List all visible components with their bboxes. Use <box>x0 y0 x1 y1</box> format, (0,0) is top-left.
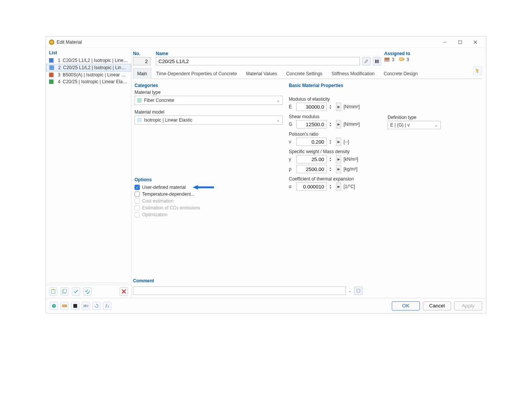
checkbox <box>135 205 140 211</box>
definition-type-label: Definition type <box>388 115 441 120</box>
checkbox[interactable] <box>135 192 140 197</box>
no-field[interactable] <box>133 57 150 65</box>
property-value-field[interactable] <box>296 103 327 111</box>
property-value-field[interactable] <box>296 138 327 146</box>
maximize-button[interactable] <box>453 37 468 48</box>
property-value-field[interactable] <box>296 120 327 128</box>
material-swatch <box>49 65 54 70</box>
spinner-icon[interactable]: ▲▼ <box>329 184 334 189</box>
property-symbol: G <box>289 122 294 127</box>
tab-main[interactable]: Main <box>133 68 151 79</box>
option-label: Cost estimation <box>142 198 174 204</box>
spinner-icon[interactable]: ▲▼ <box>329 157 334 162</box>
property-group-label: Coefficient of thermal expansion <box>289 176 481 182</box>
material-type-dropdown[interactable]: Fiber Concrete ⌄ <box>135 96 283 105</box>
material-label: B500S(A) | Isotropic | Linear Elastic <box>63 72 128 78</box>
ok-button[interactable]: OK <box>392 301 420 310</box>
tab-stiffness-modification[interactable]: Stiffness Modification <box>328 68 379 79</box>
list-item[interactable]: 2 C20/25 L1/L2 | Isotropic | Linear Elas… <box>46 64 131 71</box>
dialog-footer: ? 0.00 ƒᵪ OK Cancel Apply <box>46 298 486 313</box>
property-value-field[interactable] <box>296 182 327 191</box>
property-row: α ▲▼ ▶ [1/°C] <box>289 182 481 191</box>
svg-rect-12 <box>377 60 378 63</box>
chevron-down-icon[interactable]: ⌄ <box>348 288 352 293</box>
property-symbol: ρ <box>289 166 294 172</box>
property-menu-button[interactable]: ▶ <box>336 120 341 128</box>
property-group-label: Shear modulus <box>289 114 481 119</box>
window-title: Edit Material <box>57 40 437 45</box>
option-row[interactable]: ✓User-defined material <box>135 184 283 191</box>
property-unit: [kg/m³] <box>344 166 358 172</box>
name-library-icon[interactable] <box>373 57 381 65</box>
tab-material-values[interactable]: Material Values <box>242 68 281 79</box>
comment-library-button[interactable] <box>354 287 363 295</box>
property-unit: [1/°C] <box>344 184 355 189</box>
spinner-icon[interactable]: ▲▼ <box>329 139 334 144</box>
property-value-field[interactable] <box>296 165 327 173</box>
property-symbol: α <box>289 184 294 189</box>
units-button[interactable] <box>82 302 90 310</box>
material-list[interactable]: 1 C20/25 L1/L2 | Isotropic | Linear Elas… <box>46 57 131 283</box>
property-menu-button[interactable]: ▶ <box>336 182 341 191</box>
svg-rect-8 <box>63 289 66 293</box>
cancel-button[interactable]: Cancel <box>423 301 451 310</box>
property-menu-button[interactable]: ▶ <box>336 165 341 173</box>
assigned-count-2: 3 <box>407 57 409 62</box>
check-single-button[interactable] <box>72 287 80 296</box>
beam-icon <box>384 57 390 62</box>
tab-time-dependent-properties-of-concrete[interactable]: Time-Dependent Properties of Concrete <box>152 68 241 79</box>
function-button[interactable]: ƒᵪ <box>103 302 111 310</box>
pick-assign-button[interactable] <box>473 66 482 75</box>
help-button[interactable]: ? <box>50 302 58 310</box>
material-swatch <box>49 73 54 77</box>
property-value-field[interactable] <box>296 155 327 163</box>
delete-item-button[interactable] <box>120 287 128 296</box>
spinner-icon[interactable]: ▲▼ <box>329 166 334 172</box>
material-model-swatch <box>137 118 142 122</box>
property-menu-button[interactable]: ▶ <box>336 103 341 111</box>
property-symbol: E <box>289 104 294 109</box>
option-row: Estimation of CO₂ emissions <box>135 204 283 211</box>
tab-concrete-design[interactable]: Concrete Design <box>380 68 422 79</box>
basic-props-title: Basic Material Properties <box>289 83 481 88</box>
categories-title: Categories <box>135 83 283 88</box>
svg-text:0.00: 0.00 <box>63 305 66 307</box>
app-icon <box>49 40 54 45</box>
list-item[interactable]: 4 C20/25 | Isotropic | Linear Elastic <box>46 78 131 85</box>
material-number: 1 <box>56 58 60 63</box>
apply-button[interactable]: Apply <box>454 301 482 310</box>
refresh-button[interactable] <box>92 302 101 310</box>
definition-type-dropdown[interactable]: E | (G) | ν ⌄ <box>388 121 441 129</box>
svg-rect-26 <box>86 305 88 307</box>
spinner-icon[interactable]: ▲▼ <box>329 104 334 109</box>
copy-item-button[interactable] <box>60 287 69 296</box>
svg-text:?: ? <box>53 304 55 308</box>
name-field[interactable] <box>156 57 360 65</box>
new-item-button[interactable] <box>49 287 57 296</box>
color-button[interactable] <box>71 302 79 310</box>
list-item[interactable]: 1 C20/25 L1/L2 | Isotropic | Linear Elas… <box>46 57 131 64</box>
list-item[interactable]: 3 B500S(A) | Isotropic | Linear Elastic <box>46 71 131 78</box>
option-row[interactable]: Temperature-dependent... <box>135 191 283 198</box>
spinner-icon[interactable]: ▲▼ <box>329 122 334 127</box>
comment-label: Comment <box>133 278 483 283</box>
name-edit-icon[interactable] <box>362 57 370 65</box>
options-title: Options <box>135 177 283 182</box>
material-model-label: Material model <box>135 109 283 115</box>
tab-concrete-settings[interactable]: Concrete Settings <box>282 68 326 79</box>
svg-rect-15 <box>385 60 390 62</box>
material-model-value: Isotropic | Linear Elastic <box>144 117 274 123</box>
property-menu-button[interactable]: ▶ <box>336 155 341 163</box>
check-all-button[interactable] <box>83 287 92 296</box>
minimize-button[interactable] <box>437 37 453 48</box>
titlebar: Edit Material <box>46 36 486 48</box>
checkbox[interactable]: ✓ <box>135 185 140 190</box>
material-label: C20/25 L1/L2 | Isotropic | Linear Elasti… <box>63 65 128 70</box>
close-button[interactable] <box>468 37 483 48</box>
material-model-dropdown[interactable]: Isotropic | Linear Elastic ⌄ <box>135 116 283 125</box>
list-toolbar <box>46 285 131 298</box>
property-menu-button[interactable]: ▶ <box>336 138 341 146</box>
definition-type-value: E | (G) | ν <box>390 122 432 128</box>
precision-button[interactable]: 0.00 <box>60 302 69 310</box>
comment-field[interactable] <box>133 287 346 295</box>
